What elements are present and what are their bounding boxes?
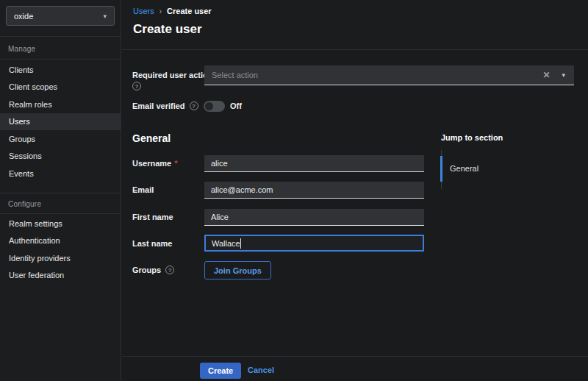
- select-placeholder: Select action: [212, 71, 542, 79]
- last-name-label: Last name: [132, 239, 172, 248]
- email-input[interactable]: [204, 182, 424, 199]
- email-verified-state: Off: [230, 102, 242, 110]
- username-label: Username*: [132, 159, 177, 168]
- chevron-down-icon: ▾: [103, 13, 107, 20]
- last-name-input[interactable]: [204, 235, 424, 252]
- join-groups-button[interactable]: Join Groups: [204, 261, 271, 279]
- sidebar-item-clients[interactable]: Clients: [0, 61, 121, 79]
- nav-group-label-manage: Manage: [8, 45, 35, 53]
- sidebar-item-realm-settings[interactable]: Realm settings: [0, 215, 121, 232]
- clear-icon[interactable]: ✕: [542, 70, 550, 80]
- jump-nav-item-general[interactable]: General: [450, 164, 478, 173]
- help-icon[interactable]: ?: [190, 102, 198, 110]
- sidebar-item-events[interactable]: Events: [0, 165, 121, 182]
- groups-label: Groups: [132, 266, 161, 274]
- required-user-actions-select[interactable]: Select action ✕ ▾: [204, 65, 574, 85]
- create-user-page: oxide ▾ Manage Clients Client scopes Rea…: [0, 0, 588, 381]
- jump-to-section-title: Jump to section: [441, 133, 503, 142]
- breadcrumb-current: Create user: [167, 7, 212, 15]
- realm-selector-value: oxide: [14, 12, 33, 21]
- required-asterisk: *: [174, 159, 177, 168]
- jump-nav-active-indicator: [440, 156, 442, 182]
- sidebar-item-authentication[interactable]: Authentication: [0, 232, 121, 250]
- breadcrumb-users-link[interactable]: Users: [133, 7, 154, 15]
- page-header: Users › Create user Create user: [122, 0, 588, 50]
- sidebar-item-sessions[interactable]: Sessions: [0, 148, 121, 165]
- first-name-input[interactable]: [204, 209, 424, 226]
- help-icon[interactable]: ?: [132, 82, 141, 90]
- breadcrumb: Users › Create user: [133, 7, 212, 15]
- email-verified-label-row: Email verified ?: [132, 102, 198, 110]
- page-title: Create user: [133, 22, 202, 37]
- username-label-text: Username: [132, 159, 171, 168]
- divider: [0, 213, 121, 214]
- breadcrumb-separator-icon: ›: [159, 7, 162, 15]
- sidebar-item-realm-roles[interactable]: Realm roles: [0, 96, 121, 113]
- username-input[interactable]: [204, 155, 424, 172]
- help-icon[interactable]: ?: [165, 266, 174, 274]
- email-verified-label: Email verified: [132, 102, 185, 110]
- nav-group-label-configure: Configure: [8, 200, 41, 208]
- sidebar-item-groups[interactable]: Groups: [0, 130, 121, 148]
- email-label: Email: [132, 185, 154, 194]
- general-section-title: General: [132, 132, 171, 144]
- divider: [0, 193, 121, 193]
- create-button[interactable]: Create: [200, 363, 241, 379]
- configure-nav-list: Realm settings Authentication Identity p…: [0, 215, 121, 284]
- text-cursor: [240, 238, 241, 249]
- groups-label-row: Groups ?: [132, 266, 174, 274]
- sidebar-item-users[interactable]: Users: [0, 113, 121, 131]
- sidebar-item-user-federation[interactable]: User federation: [0, 267, 121, 285]
- divider: [0, 59, 121, 60]
- first-name-label: First name: [132, 213, 173, 221]
- realm-selector-dropdown[interactable]: oxide ▾: [6, 6, 115, 26]
- email-verified-toggle[interactable]: [204, 101, 225, 112]
- sidebar-item-identity-providers[interactable]: Identity providers: [0, 249, 121, 267]
- divider: [122, 356, 588, 357]
- chevron-down-icon[interactable]: ▾: [562, 71, 565, 79]
- sidebar-item-client-scopes[interactable]: Client scopes: [0, 79, 121, 96]
- sidebar: oxide ▾ Manage Clients Client scopes Rea…: [0, 0, 121, 381]
- manage-nav-list: Clients Client scopes Realm roles Users …: [0, 61, 121, 182]
- toggle-knob: [205, 102, 213, 110]
- cancel-button[interactable]: Cancel: [248, 366, 274, 374]
- divider: [0, 36, 121, 37]
